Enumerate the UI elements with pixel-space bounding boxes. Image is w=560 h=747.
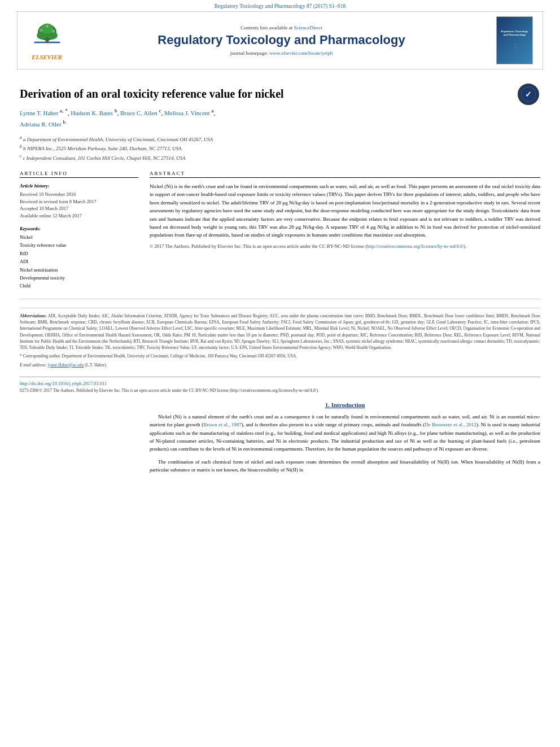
article-title: Derivation of an oral toxicity reference… (20, 86, 540, 101)
authors-line: Lynne T. Haber a, *, Hudson K. Bates b, … (20, 107, 540, 130)
keyword-rfd: RfD (20, 250, 138, 257)
keywords-label: Keywords: (20, 226, 41, 231)
journal-thumbnail: Regulatory Toxicology and Pharmacology (493, 16, 536, 64)
crossmark-badge[interactable]: ✓ (518, 84, 540, 106)
journal-thumb-box: Regulatory Toxicology and Pharmacology (496, 16, 533, 64)
email-link[interactable]: lynne.Haber@uc.edu (48, 362, 84, 368)
author-oller[interactable]: Adriana R. Oller (20, 121, 62, 128)
author-allen[interactable]: Bruce C. Allen (120, 110, 158, 116)
left-column: ARTICLE INFO Article history: Received 1… (20, 171, 138, 290)
ref-debrouwere-2012[interactable]: De Brouwere et al., 2012 (425, 422, 476, 427)
journal-thumb-title: Regulatory Toxicology and Pharmacology (498, 30, 531, 37)
crossmark-svg: ✓ (520, 86, 536, 102)
footnotes-area: Abbreviations: ADI, Acceptable Daily Int… (20, 308, 540, 368)
abbreviations-footnote: Abbreviations: ADI, Acceptable Daily Int… (20, 313, 540, 351)
revised-date: Received in revised form 8 March 2017 (20, 198, 138, 206)
keyword-trv: Toxicity reference value (20, 241, 138, 249)
abbreviations-label: Abbreviations: (20, 313, 47, 318)
ref-brown-1987[interactable]: Brown et al., 1987 (203, 422, 242, 427)
section-divider (20, 299, 540, 299)
abstract-paragraph: Nickel (Ni) is in the earth's crust and … (150, 182, 540, 239)
keyword-nickel: Nickel (20, 233, 138, 241)
introduction-layout: 1. Introduction Nickel (Ni) is a natural… (20, 401, 540, 479)
journal-header: ELSEVIER Contents lists available at Sci… (17, 11, 543, 69)
introduction-content: 1. Introduction Nickel (Ni) is a natural… (150, 401, 540, 479)
journal-citation: Regulatory Toxicology and Pharmacology 8… (215, 3, 345, 9)
journal-homepage-link[interactable]: www.elsevier.com/locate/yrtph (269, 50, 333, 56)
svg-point-6 (39, 28, 42, 32)
corresponding-author-text: * Corresponding author. Department of En… (20, 353, 297, 359)
introduction-title: 1. Introduction (150, 401, 540, 408)
author-bates[interactable]: Hudson K. Bates (71, 110, 113, 116)
keyword-sensitization: Nickel sensitization (20, 266, 138, 274)
keyword-dev-tox: Developmental toxicity (20, 274, 138, 282)
affiliation-sup-b1: b (115, 108, 117, 113)
elsevier-logo: ELSEVIER (24, 21, 69, 60)
elsevier-wordmark: ELSEVIER (32, 54, 62, 60)
affiliation-sup-b2: b (63, 119, 65, 125)
svg-point-7 (51, 29, 55, 33)
keyword-child: Child (20, 282, 138, 290)
email-footnote: E-mail address: lynne.Haber@uc.edu (L.T.… (20, 362, 540, 368)
elsevier-tree-icon (32, 21, 63, 52)
title-area: ✓ Derivation of an oral toxicity referen… (20, 86, 540, 101)
keyword-adi: ADI (20, 257, 138, 265)
affiliation-b: b b NIPERA Inc., 2525 Meridian Parkway, … (20, 143, 540, 153)
email-note: (L.T. Haber). (85, 362, 107, 368)
science-direct-anchor[interactable]: ScienceDirect (294, 25, 322, 30)
abstract-header: ABSTRACT (150, 171, 540, 178)
history-label: Article history: (20, 182, 138, 190)
doi-link[interactable]: http://dx.doi.org/10.1016/j.yrtph.2017.0… (20, 381, 107, 386)
affiliation-sup-c: c (159, 108, 161, 113)
journal-top-bar: Regulatory Toxicology and Pharmacology 8… (0, 0, 560, 11)
keywords-section: Keywords: Nickel Toxicity reference valu… (20, 225, 138, 290)
keywords-list: Nickel Toxicity reference value RfD ADI … (20, 233, 138, 290)
affiliation-sup-a2: a (211, 108, 213, 113)
available-date: Available online 12 March 2017 (20, 212, 138, 220)
author-vincent[interactable]: Melissa J. Vincent (164, 110, 210, 116)
article-info-box: Article history: Received 10 November 20… (20, 182, 138, 220)
doi-bar: http://dx.doi.org/10.1016/j.yrtph.2017.0… (20, 377, 540, 393)
affiliations-block: a a Department of Environmental Health, … (20, 134, 540, 163)
intro-text-block: Nickel (Ni) is a natural element of the … (150, 413, 540, 474)
svg-text:✓: ✓ (525, 90, 532, 99)
main-content: ✓ Derivation of an oral toxicity referen… (0, 69, 560, 484)
intro-paragraph-2: The combination of each chemical form of… (150, 458, 540, 474)
intro-left-spacer (20, 401, 138, 479)
page-container: Regulatory Toxicology and Pharmacology 8… (0, 0, 560, 747)
science-direct-link: Contents lists available at ScienceDirec… (69, 25, 493, 30)
intro-paragraph-1: Nickel (Ni) is a natural element of the … (150, 413, 540, 453)
affiliation-sup-a: a, (60, 108, 63, 113)
email-label: E-mail address: (20, 362, 47, 368)
copyright-text: © 2017 The Authors. Published by Elsevie… (150, 243, 540, 251)
right-column: ABSTRACT Nickel (Ni) is in the earth's c… (150, 171, 540, 290)
copyright-link[interactable]: http://creativecommons.org/licenses/by-n… (367, 243, 463, 249)
svg-point-8 (46, 24, 49, 27)
open-access-text: 0273-2300/© 2017 The Authors. Published … (20, 388, 540, 393)
affiliation-a: a a Department of Environmental Health, … (20, 134, 540, 144)
journal-center-info: Contents lists available at ScienceDirec… (69, 25, 493, 55)
affiliation-c: c c Independent Consultant, 101 Corbin H… (20, 153, 540, 163)
accepted-date: Accepted 10 March 2017 (20, 205, 138, 212)
corresponding-sup: * (65, 108, 68, 113)
crossmark-icon: ✓ (518, 84, 539, 105)
abstract-text: Nickel (Ni) is in the earth's crust and … (150, 182, 540, 250)
abbreviations-content: ADI, Acceptable Daily Intake; AIC, Akaik… (20, 313, 540, 350)
corresponding-author-footnote: * Corresponding author. Department of En… (20, 353, 540, 359)
article-info-header: ARTICLE INFO (20, 171, 138, 178)
received-date: Received 10 November 2016 (20, 191, 138, 198)
two-column-layout: ARTICLE INFO Article history: Received 1… (20, 171, 540, 290)
journal-homepage: journal homepage: www.elsevier.com/locat… (69, 50, 493, 56)
introduction-section: 1. Introduction Nickel (Ni) is a natural… (20, 401, 540, 479)
author-haber[interactable]: Lynne T. Haber (20, 110, 58, 116)
journal-title-header: Regulatory Toxicology and Pharmacology (69, 33, 493, 47)
